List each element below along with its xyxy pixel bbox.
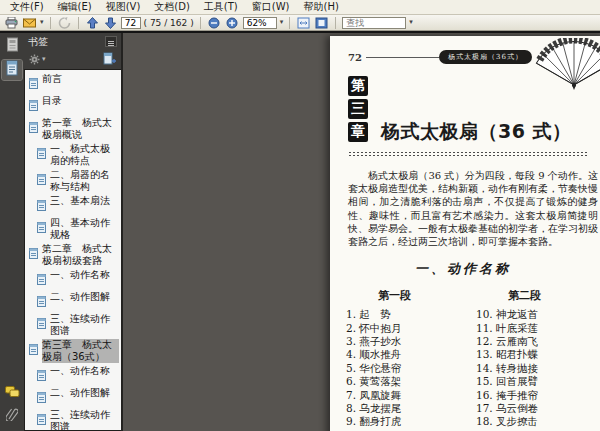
bookmarks-panel-title: 书签	[28, 35, 48, 49]
bookmark-label: 三、连续动作图谱	[50, 409, 119, 431]
page-up-icon	[87, 17, 98, 29]
previous-view-button[interactable]	[57, 16, 72, 29]
movement-item: 6. 黄莺落架	[346, 375, 462, 388]
bookmark-label: 四、基本动作规格	[50, 217, 119, 241]
bookmark-page-icon	[37, 196, 47, 215]
menu-item[interactable]: 视图(V)	[99, 0, 148, 15]
bookmark-label: 三、连续动作图谱	[50, 313, 119, 337]
bookmark-item[interactable]: 三、连续动作图谱	[25, 312, 121, 338]
bookmark-options-caret: ▾	[42, 56, 46, 63]
email-button[interactable]	[22, 16, 37, 29]
find-dropdown-caret[interactable]: ▾	[409, 19, 413, 26]
zoom-dropdown-caret[interactable]: ▾	[280, 19, 284, 26]
menu-item[interactable]: 工具(T)	[197, 0, 245, 15]
document-pane[interactable]: 72 杨式太极扇（36式）	[123, 33, 600, 431]
zoom-out-icon	[208, 17, 220, 29]
main-area: 书签 ▾	[0, 31, 600, 431]
bookmark-page-icon	[29, 96, 39, 115]
zoom-out-button[interactable]	[207, 16, 222, 29]
page-thumbnails-button[interactable]	[2, 36, 22, 56]
fit-page-button[interactable]	[314, 16, 329, 29]
section-heading: 一、动作名称	[330, 260, 600, 278]
bookmark-item[interactable]: 二、扇器的名称与结构	[25, 168, 121, 194]
bookmark-label: 二、动作图解	[50, 291, 110, 303]
document-page[interactable]: 72 杨式太极扇（36式）	[330, 36, 600, 431]
new-bookmark-icon	[103, 50, 116, 69]
menu-item[interactable]: 窗口(W)	[245, 0, 297, 15]
new-bookmark-button[interactable]	[103, 50, 116, 69]
chapter-title: 杨式太极扇（36 式）	[381, 119, 572, 145]
bookmark-label: 三、基本扇法	[50, 195, 110, 207]
zoom-level-input[interactable]	[243, 17, 277, 29]
movement-item: 13. 昭君扑蝶	[476, 348, 592, 361]
navigation-strip	[0, 33, 24, 431]
movement-item: 5. 华佗悬帘	[346, 362, 462, 375]
bookmark-item[interactable]: 目录	[25, 94, 121, 116]
bookmark-label: 前言	[42, 73, 62, 85]
fit-page-icon	[315, 17, 328, 29]
bookmark-label: 二、扇器的名称与结构	[50, 169, 119, 193]
bookmark-item[interactable]: 一、杨式太极扇的特点	[25, 142, 121, 168]
print-icon	[5, 17, 18, 29]
bookmark-page-icon	[29, 244, 39, 263]
movement-item: 11. 叶底采莲	[476, 322, 592, 335]
movement-item: 16. 掩手推帘	[476, 389, 592, 402]
movement-item: 15. 回首展臂	[476, 375, 592, 388]
attachments-panel-button[interactable]	[2, 405, 22, 425]
menu-item[interactable]: 编辑(E)	[51, 0, 99, 15]
movement-item: 9. 翻身打虎	[346, 415, 462, 428]
movement-item: 10. 神龙返首	[476, 308, 592, 321]
bookmark-item[interactable]: 四、基本动作规格	[25, 216, 121, 242]
navigation-strip-bottom	[2, 382, 22, 431]
bookmark-item[interactable]: 第三章 杨式太极扇（36式）	[25, 338, 121, 364]
bookmark-label: 第一章 杨式太极扇概说	[42, 117, 119, 141]
bookmark-page-icon	[37, 144, 47, 163]
bookmark-page-icon	[37, 366, 47, 385]
bookmark-label: 第二章 杨式太极扇初级套路	[42, 243, 119, 267]
find-input[interactable]	[342, 17, 406, 29]
bookmark-item[interactable]: 三、基本扇法	[25, 194, 121, 216]
bookmark-page-icon	[37, 388, 47, 407]
bookmarks-panel-button[interactable]	[2, 60, 22, 80]
email-dropdown-caret[interactable]: ▾	[40, 19, 44, 26]
movement-column-header: 第二段	[476, 288, 592, 303]
bookmark-page-icon	[29, 340, 39, 359]
fit-width-button[interactable]	[296, 16, 311, 29]
bookmark-item[interactable]: 二、动作图解	[25, 290, 121, 312]
page-count-label: ( 75 / 162 )	[144, 18, 194, 28]
intro-paragraph: 杨式太极扇（36 式）分为四段，每段 9 个动作。这套太极扇造型优美，结构新颖，…	[348, 169, 598, 248]
page-running-head: 72 杨式太极扇（36式）	[348, 50, 600, 64]
movement-column: 第二段10. 神龙返首11. 叶底采莲12. 云雁南飞13. 昭君扑蝶14. 转…	[476, 288, 592, 429]
previous-view-icon	[58, 17, 71, 29]
bookmark-label: 第三章 杨式太极扇（36式）	[42, 339, 119, 363]
comments-panel-button[interactable]	[2, 382, 22, 402]
previous-page-button[interactable]	[85, 16, 100, 29]
page-number-input[interactable]	[121, 17, 141, 29]
movement-item: 4. 顺水推舟	[346, 348, 462, 361]
bookmark-item[interactable]: 二、动作图解	[25, 386, 121, 408]
next-page-button[interactable]	[103, 16, 118, 29]
chapter-marker-char: 第	[348, 76, 368, 96]
toolbar: ▾ ( 75 / 162 )	[0, 15, 600, 31]
movement-item: 1. 起 势	[346, 308, 462, 321]
bookmark-item[interactable]: 第一章 杨式太极扇概说	[25, 116, 121, 142]
toolbar-separator	[289, 17, 290, 29]
panel-menu-button[interactable]	[105, 36, 117, 47]
menu-item[interactable]: 文档(D)	[147, 0, 197, 15]
menu-item[interactable]: 帮助(H)	[296, 0, 345, 15]
bookmark-page-icon	[37, 292, 47, 311]
bookmark-options-button[interactable]: ▾	[29, 50, 46, 69]
bookmark-page-icon	[37, 170, 47, 189]
zoom-in-icon	[226, 17, 238, 29]
menu-item[interactable]: 文件(F)	[3, 0, 51, 15]
movement-item: 3. 燕子抄水	[346, 335, 462, 348]
print-button[interactable]	[4, 16, 19, 29]
bookmark-item[interactable]: 一、动作名称	[25, 268, 121, 290]
fan-illustration-icon	[528, 38, 600, 94]
bookmark-item[interactable]: 三、连续动作图谱	[25, 408, 121, 431]
zoom-in-button[interactable]	[225, 16, 240, 29]
bookmark-item[interactable]: 前言	[25, 72, 121, 94]
bookmark-item[interactable]: 一、动作名称	[25, 364, 121, 386]
bookmark-label: 一、动作名称	[50, 269, 110, 281]
bookmark-item[interactable]: 第二章 杨式太极扇初级套路	[25, 242, 121, 268]
